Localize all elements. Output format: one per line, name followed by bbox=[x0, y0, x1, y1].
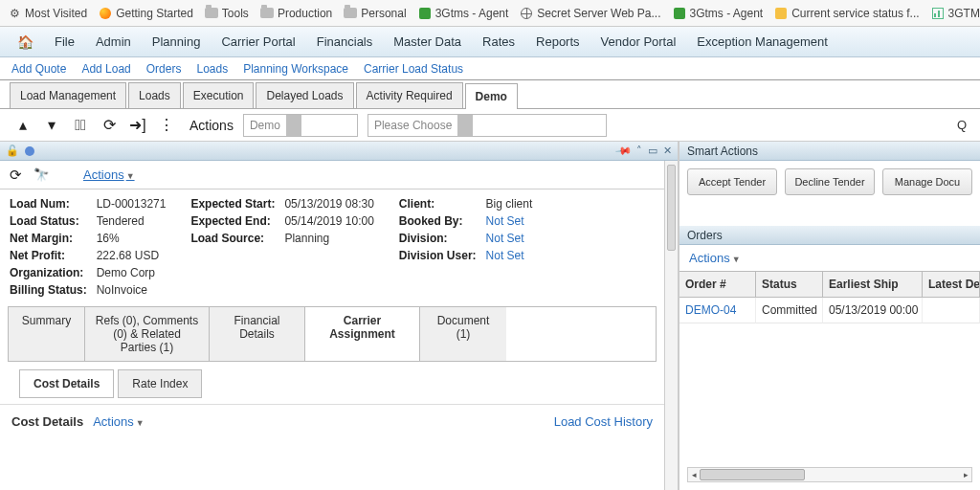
bookmark-3gtms-agent-1[interactable]: 3Gtms - Agent bbox=[418, 7, 509, 20]
booked-by-value[interactable]: Not Set bbox=[486, 214, 533, 228]
tab-loads[interactable]: Loads bbox=[128, 82, 181, 108]
tab-summary[interactable]: Summary bbox=[9, 307, 85, 361]
unlock-icon[interactable]: 🔓 bbox=[6, 145, 19, 157]
expand-down-icon[interactable]: ▾ bbox=[42, 116, 61, 135]
net-margin-label: Net Margin: bbox=[10, 232, 87, 245]
booked-by-label: Booked By: bbox=[399, 214, 477, 228]
nav-file[interactable]: File bbox=[55, 34, 75, 49]
more-icon[interactable]: ⋮ bbox=[157, 116, 176, 135]
bookmark-3gtms[interactable]: 3GTMS bbox=[931, 7, 980, 20]
tab-document[interactable]: Document (1) bbox=[420, 307, 506, 361]
col-status[interactable]: Status bbox=[756, 272, 823, 298]
bookmark-tools[interactable]: Tools bbox=[205, 7, 249, 20]
division-value[interactable]: Not Set bbox=[486, 232, 533, 245]
order-number-cell[interactable]: DEMO-04 bbox=[679, 298, 756, 323]
manage-documents-button[interactable]: Manage Docu bbox=[882, 168, 972, 195]
load-cost-history-link[interactable]: Load Cost History bbox=[554, 414, 653, 429]
nav-reports[interactable]: Reports bbox=[536, 34, 580, 49]
billing-status-label: Billing Status: bbox=[10, 283, 87, 297]
close-icon[interactable]: ✕ bbox=[663, 145, 672, 157]
col-earliest-ship[interactable]: Earliest Ship bbox=[823, 272, 923, 298]
chevron-down-icon: ▼ bbox=[732, 255, 741, 264]
refresh-icon[interactable]: ⟳ bbox=[100, 116, 119, 135]
main-nav: 🏠 File Admin Planning Carrier Portal Fin… bbox=[0, 27, 980, 57]
smart-actions-header: Smart Actions bbox=[679, 142, 980, 161]
tab-activity-required[interactable]: Activity Required bbox=[356, 82, 463, 108]
link-carrier-load-status[interactable]: Carrier Load Status bbox=[364, 62, 463, 76]
bookmark-getting-started[interactable]: Getting Started bbox=[99, 7, 193, 20]
app-icon bbox=[418, 7, 432, 20]
col-latest-delivery[interactable]: Latest Deliv bbox=[923, 272, 980, 298]
bookmark-bar: ⚙Most Visited Getting Started Tools Prod… bbox=[0, 0, 980, 27]
vertical-scrollbar[interactable] bbox=[664, 161, 678, 490]
nav-admin[interactable]: Admin bbox=[96, 34, 131, 49]
tab-rate-index[interactable]: Rate Index bbox=[118, 369, 202, 398]
bookmark-personal[interactable]: Personal bbox=[344, 7, 406, 20]
load-source-label: Load Source: bbox=[190, 232, 275, 245]
load-source-value: Planning bbox=[284, 232, 373, 245]
bookmark-secret-server[interactable]: Secret Server Web Pa... bbox=[520, 7, 660, 20]
tab-delayed-loads[interactable]: Delayed Loads bbox=[256, 82, 353, 108]
refresh-icon[interactable]: ⟳ bbox=[10, 167, 22, 184]
link-loads[interactable]: Loads bbox=[196, 62, 228, 76]
col-order-number[interactable]: Order # bbox=[679, 272, 756, 298]
bookmark-production[interactable]: Production bbox=[260, 7, 332, 20]
nav-master-data[interactable]: Master Data bbox=[393, 34, 461, 49]
cost-details-title: Cost Details bbox=[11, 414, 83, 429]
add-icon[interactable]: ＋⃝ bbox=[71, 116, 90, 135]
link-orders[interactable]: Orders bbox=[146, 62, 182, 76]
link-planning-workspace[interactable]: Planning Workspace bbox=[243, 62, 348, 76]
nav-vendor-portal[interactable]: Vendor Portal bbox=[601, 34, 677, 49]
division-user-value[interactable]: Not Set bbox=[486, 249, 533, 262]
tab-carrier-assignment[interactable]: Carrier Assignment bbox=[305, 307, 420, 361]
scroll-left-icon[interactable]: ◂ bbox=[688, 468, 700, 481]
choose-dropdown[interactable]: Please Choose bbox=[368, 114, 607, 137]
cost-details-header: Cost Details Actions▼ Load Cost History bbox=[0, 404, 664, 433]
tab-cost-details[interactable]: Cost Details bbox=[19, 369, 114, 398]
nav-exception-mgmt[interactable]: Exception Management bbox=[697, 34, 828, 49]
chart-icon bbox=[931, 7, 945, 20]
client-label: Client: bbox=[399, 197, 477, 211]
tab-execution[interactable]: Execution bbox=[183, 82, 255, 108]
order-row[interactable]: DEMO-04 Committed 05/13/2019 00:00 bbox=[679, 298, 980, 323]
tab-refs-comments[interactable]: Refs (0), Comments (0) & Related Parties… bbox=[85, 307, 210, 361]
collapse-up-icon[interactable]: ▴ bbox=[13, 116, 33, 135]
expected-end-label: Expected End: bbox=[190, 214, 275, 228]
tab-load-management[interactable]: Load Management bbox=[10, 82, 126, 108]
cost-actions-menu[interactable]: Actions▼ bbox=[93, 414, 145, 429]
binoculars-icon[interactable]: 🔭 bbox=[33, 167, 49, 182]
bookmark-3gtms-agent-2[interactable]: 3Gtms - Agent bbox=[673, 7, 764, 20]
orders-actions-menu[interactable]: Actions▼ bbox=[689, 251, 741, 265]
tab-financial-details[interactable]: Financial Details bbox=[210, 307, 305, 361]
load-num-value: LD-00013271 bbox=[97, 197, 167, 211]
link-add-quote[interactable]: Add Quote bbox=[11, 62, 66, 76]
accept-tender-button[interactable]: Accept Tender bbox=[687, 168, 777, 195]
decline-tender-button[interactable]: Decline Tender bbox=[785, 168, 875, 195]
smart-actions-buttons: Accept Tender Decline Tender Manage Docu bbox=[679, 161, 980, 203]
billing-status-value: NoInvoice bbox=[97, 283, 167, 297]
panel-actions-menu[interactable]: Actions▼ bbox=[83, 167, 135, 182]
view-dropdown[interactable]: Demo bbox=[243, 114, 358, 137]
pin-icon[interactable]: 📌 bbox=[614, 142, 633, 160]
orders-grid: Order # Status Earliest Ship Latest Deli… bbox=[679, 271, 980, 323]
nav-planning[interactable]: Planning bbox=[152, 34, 201, 49]
quick-search[interactable]: Q bbox=[957, 118, 967, 132]
nav-carrier-portal[interactable]: Carrier Portal bbox=[221, 34, 295, 49]
link-add-load[interactable]: Add Load bbox=[81, 62, 130, 76]
collapse-icon[interactable]: ˄ bbox=[636, 145, 642, 157]
nav-financials[interactable]: Financials bbox=[317, 34, 373, 49]
bookmark-most-visited[interactable]: ⚙Most Visited bbox=[8, 7, 87, 20]
tab-demo[interactable]: Demo bbox=[465, 83, 518, 109]
nav-rates[interactable]: Rates bbox=[482, 34, 515, 49]
home-icon[interactable]: 🏠 bbox=[17, 34, 33, 50]
organization-value: Demo Corp bbox=[97, 266, 167, 279]
expected-start-value: 05/13/2019 08:30 bbox=[284, 197, 373, 211]
bookmark-service-status[interactable]: Current service status f... bbox=[774, 7, 919, 20]
panel-titlebar: 🔓 📌 ˄ ▭ ✕ bbox=[0, 142, 678, 161]
export-icon[interactable]: ➜] bbox=[128, 116, 147, 135]
firefox-icon bbox=[99, 7, 112, 20]
scroll-right-icon[interactable]: ▸ bbox=[960, 468, 971, 481]
client-value: Big client bbox=[486, 197, 533, 211]
horizontal-scrollbar[interactable]: ◂ ▸ bbox=[687, 467, 972, 482]
expand-icon[interactable]: ▭ bbox=[648, 145, 657, 157]
